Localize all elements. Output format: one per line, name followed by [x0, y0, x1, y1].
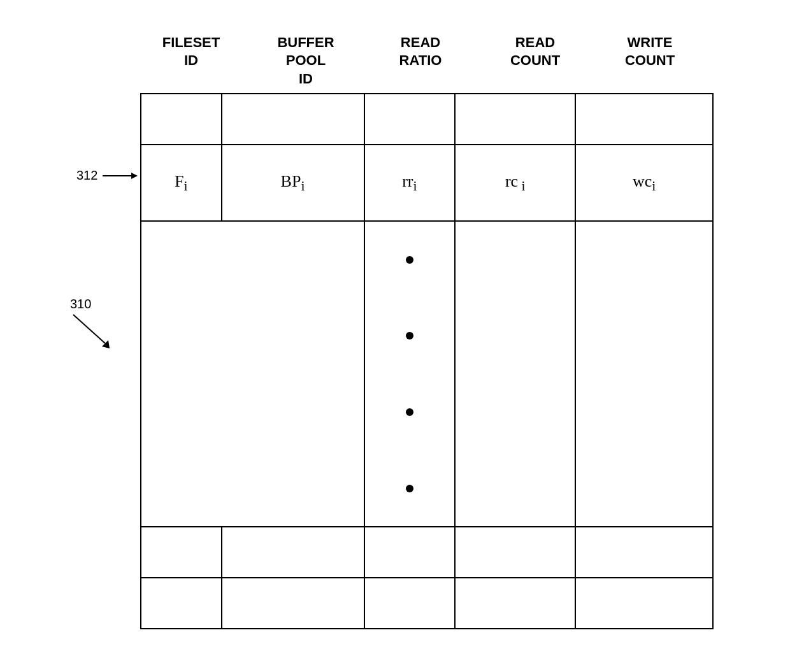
diagram-container: FILESETID BUFFERPOOLID READRATIO READCOU… [45, 34, 745, 639]
arrow-312-icon [103, 169, 138, 182]
header-read-ratio: READRATIO [363, 34, 478, 94]
cell-read-ratio-i: rri [364, 145, 456, 221]
table-row-dots [141, 221, 713, 297]
cell-empty [141, 578, 222, 629]
svg-line-2 [73, 315, 105, 343]
table-wrapper: 312 310 [76, 93, 714, 629]
cell-dot-4 [364, 450, 456, 527]
cell-empty [455, 527, 575, 578]
cell-empty [141, 527, 222, 578]
dot-icon [406, 332, 413, 340]
main-table: Fi BPi rri rc i wci [140, 93, 714, 629]
cell-empty [222, 94, 364, 145]
labels-area: 312 310 [76, 93, 140, 571]
table-row-dots-2 [141, 297, 713, 374]
table-row-dots-4 [141, 450, 713, 527]
cell-empty [222, 578, 364, 629]
dot-icon [406, 485, 413, 492]
table-row [141, 94, 713, 145]
header-buffer-pool-id: BUFFERPOOLID [248, 34, 363, 94]
cell-dot-1 [364, 221, 456, 297]
header-read-count: READCOUNT [478, 34, 592, 94]
cell-empty [575, 94, 713, 145]
arrow-310-icon [70, 311, 115, 350]
label-310: 310 [70, 297, 115, 350]
dot-icon [406, 256, 413, 264]
cell-read-count-i: rc i [455, 145, 575, 221]
cell-empty [575, 578, 713, 629]
cell-empty [364, 94, 456, 145]
cell-dot-2 [364, 297, 456, 374]
cell-dot-3 [364, 374, 456, 450]
svg-marker-1 [131, 173, 138, 179]
cell-empty [364, 578, 456, 629]
cell-fileset-i: Fi [141, 145, 222, 221]
table-row-dots-3 [141, 374, 713, 450]
cell-buffer-pool-i: BPi [222, 145, 364, 221]
header-fileset-id: FILESETID [134, 34, 248, 94]
table-row-i: Fi BPi rri rc i wci [141, 145, 713, 221]
cell-empty [455, 94, 575, 145]
cell-write-count-i: wci [575, 145, 713, 221]
cell-empty [455, 578, 575, 629]
cell-empty [141, 94, 222, 145]
table-row-last-empty [141, 578, 713, 629]
header-write-count: WRITECOUNT [592, 34, 707, 94]
label-312: 312 [76, 168, 138, 183]
table-row-bottom-empty [141, 527, 713, 578]
cell-empty [575, 527, 713, 578]
cell-empty [364, 527, 456, 578]
dot-icon [406, 408, 413, 416]
cell-empty [222, 527, 364, 578]
table-headers: FILESETID BUFFERPOOLID READRATIO READCOU… [134, 34, 707, 94]
